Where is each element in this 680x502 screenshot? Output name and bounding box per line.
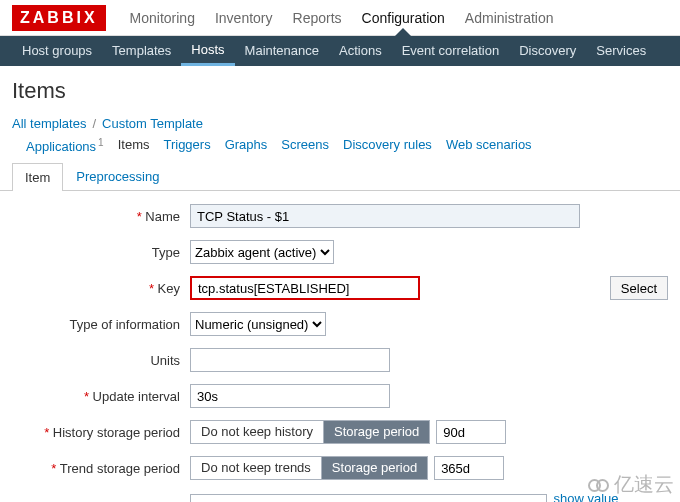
subnav-maintenance[interactable]: Maintenance [235, 36, 329, 66]
subnav-actions[interactable]: Actions [329, 36, 392, 66]
entity-tabs: Applications1 Items Triggers Graphs Scre… [26, 137, 532, 154]
tab-triggers[interactable]: Triggers [163, 137, 210, 154]
label-key: Key [12, 281, 190, 296]
item-form: Name Type Zabbix agent (active) Key Sele… [0, 191, 680, 502]
subnav-event-correlation[interactable]: Event correlation [392, 36, 510, 66]
tab-items[interactable]: Items [118, 137, 150, 154]
subnav-host-groups[interactable]: Host groups [12, 36, 102, 66]
trend-storage-segment: Do not keep trends Storage period [190, 456, 428, 480]
label-trend-storage: Trend storage period [12, 461, 190, 476]
nav-monitoring[interactable]: Monitoring [120, 10, 205, 26]
tab-screens[interactable]: Screens [281, 137, 329, 154]
label-type: Type [12, 245, 190, 260]
history-opt-no[interactable]: Do not keep history [191, 421, 323, 443]
show-value-mappings-link[interactable]: show value mappings [553, 491, 668, 502]
brand-logo: ZABBIX [12, 5, 106, 31]
trend-opt-yes[interactable]: Storage period [321, 457, 427, 479]
history-value-input[interactable] [436, 420, 506, 444]
label-update-interval: Update interval [12, 389, 190, 404]
tab-applications[interactable]: Applications1 [26, 137, 104, 154]
units-input[interactable] [190, 348, 390, 372]
top-nav: ZABBIX Monitoring Inventory Reports Conf… [0, 0, 680, 36]
subnav-hosts[interactable]: Hosts [181, 36, 234, 66]
label-history-storage: History storage period [12, 425, 190, 440]
update-interval-input[interactable] [190, 384, 390, 408]
subnav-services[interactable]: Services [586, 36, 656, 66]
type-of-information-select[interactable]: Numeric (unsigned) [190, 312, 326, 336]
key-input[interactable] [190, 276, 420, 300]
show-value-select[interactable]: As is [190, 494, 547, 502]
breadcrumb-all-templates[interactable]: All templates [12, 116, 86, 131]
nav-inventory[interactable]: Inventory [205, 10, 283, 26]
form-tabs: Item Preprocessing [0, 162, 680, 191]
nav-administration[interactable]: Administration [455, 10, 564, 26]
breadcrumb-sep: / [92, 116, 96, 131]
subnav-discovery[interactable]: Discovery [509, 36, 586, 66]
trend-value-input[interactable] [434, 456, 504, 480]
name-input[interactable] [190, 204, 580, 228]
history-opt-yes[interactable]: Storage period [323, 421, 429, 443]
page-title: Items [0, 66, 680, 116]
nav-reports[interactable]: Reports [283, 10, 352, 26]
label-name: Name [12, 209, 190, 224]
tab-graphs[interactable]: Graphs [225, 137, 268, 154]
tab-discovery-rules[interactable]: Discovery rules [343, 137, 432, 154]
breadcrumb-row: All templates / Custom Template Applicat… [0, 116, 680, 162]
nav-configuration[interactable]: Configuration [352, 10, 455, 26]
formtab-item[interactable]: Item [12, 163, 63, 191]
key-select-button[interactable]: Select [610, 276, 668, 300]
tab-web-scenarios[interactable]: Web scenarios [446, 137, 532, 154]
label-type-of-information: Type of information [12, 317, 190, 332]
history-storage-segment: Do not keep history Storage period [190, 420, 430, 444]
breadcrumb-template[interactable]: Custom Template [102, 116, 203, 131]
trend-opt-no[interactable]: Do not keep trends [191, 457, 321, 479]
label-units: Units [12, 353, 190, 368]
sub-nav: Host groups Templates Hosts Maintenance … [0, 36, 680, 66]
type-select[interactable]: Zabbix agent (active) [190, 240, 334, 264]
formtab-preprocessing[interactable]: Preprocessing [63, 162, 172, 190]
subnav-templates[interactable]: Templates [102, 36, 181, 66]
